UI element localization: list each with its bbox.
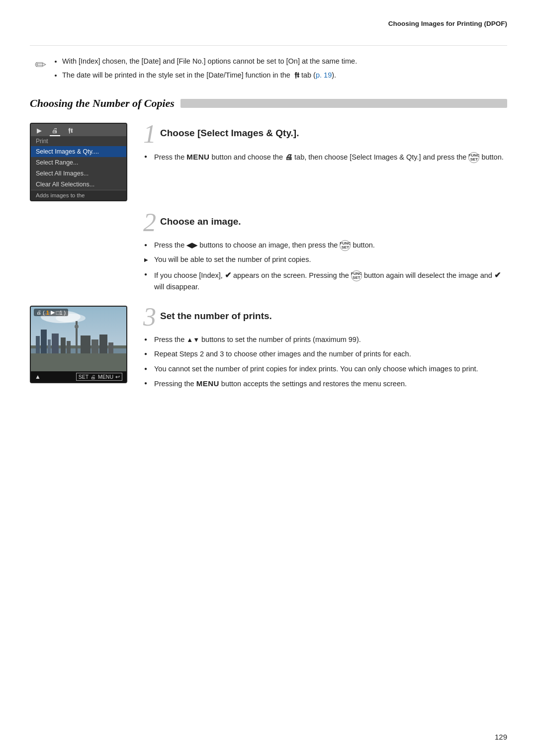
step3-section: 🖨 ( 1 ▶ □1 ) ▲ SET 🖨 MENU	[30, 306, 507, 393]
step2-bullet-3: If you choose [Index], ✔ appears on the …	[143, 269, 507, 293]
func-set-btn-3: FUNCSET	[351, 270, 362, 281]
step3-bullet-3: You cannot set the number of print copie…	[143, 363, 507, 375]
tower-top	[75, 325, 79, 329]
note-item-1: With [Index] chosen, the [Date] and [Fil…	[62, 56, 357, 67]
func-set-btn-2: FUNCSET	[340, 240, 351, 251]
building-1	[36, 336, 40, 353]
camera-image-screen: 🖨 ( 1 ▶ □1 ) ▲ SET 🖨 MENU	[30, 306, 127, 383]
page: Choosing Images for Printing (DPOF) ✏ Wi…	[0, 0, 537, 756]
back-arrow: ↩	[115, 374, 120, 380]
pencil-icon: ✏	[35, 57, 46, 73]
menu-row-clear-all: Clear All Selections...	[31, 179, 126, 190]
note-box: ✏ With [Index] chosen, the [Date] and [F…	[30, 56, 507, 83]
menu-print-label: Print	[31, 136, 126, 146]
building-5	[61, 337, 66, 353]
menu-label: MENU	[98, 374, 113, 380]
counter-prefix: (	[43, 310, 45, 316]
step3-bullets: Press the ▲▼ buttons to set the number o…	[143, 334, 507, 390]
step3-title: Set the number of prints.	[160, 306, 272, 322]
ft-tab-icon: 𝖋𝖙	[294, 71, 299, 79]
counter-num: 1	[46, 310, 49, 316]
menu-footer: Adds images to the	[31, 190, 126, 200]
section-title: Choosing the Number of Copies	[30, 97, 180, 110]
counter-suffix: □1	[56, 310, 63, 316]
step1-number: 1	[143, 123, 156, 146]
image-overlay-top: 🖨 ( 1 ▶ □1 )	[34, 309, 123, 316]
camera-menu-screen: ▶ 🖨 𝖋𝖙 Print Select Images & Qty.... Sel…	[30, 123, 127, 201]
resize-icon: ▲	[35, 373, 41, 380]
building-10	[108, 342, 113, 353]
counter-arrow: ▶	[51, 309, 55, 316]
checkmark-icon-2: ✔	[494, 271, 501, 279]
func-set-btn-1: FUNCSET	[468, 152, 479, 163]
step2-bullets: Press the ◀▶ buttons to choose an image,…	[143, 240, 507, 293]
counter-box: 🖨 ( 1 ▶ □1 )	[34, 309, 68, 316]
checkmark-icon-1: ✔	[225, 271, 231, 279]
note-item-2: The date will be printed in the style se…	[62, 69, 357, 81]
set-label: SET	[79, 374, 89, 380]
step2-section: 2 Choose an image. Press the ◀▶ buttons …	[30, 211, 507, 296]
menu-text-2: MENU	[196, 379, 219, 388]
menu-text-1: MENU	[186, 153, 209, 161]
section-heading-bar: Choosing the Number of Copies	[30, 97, 507, 110]
building-8	[91, 339, 98, 353]
building-7	[81, 336, 90, 353]
step1-section: ▶ 🖨 𝖋𝖙 Print Select Images & Qty.... Sel…	[30, 123, 507, 201]
step2-bullet-2: You will be able to set the number of pr…	[143, 254, 507, 265]
building-2	[41, 330, 47, 353]
step3-bullet-1: Press the ▲▼ buttons to set the number o…	[143, 334, 507, 345]
page-header: Choosing Images for Printing (DPOF)	[30, 20, 507, 36]
footer-print-icon: 🖨	[90, 374, 96, 380]
step2-title-wrap: 2 Choose an image.	[143, 211, 507, 235]
note-content: With [Index] chosen, the [Date] and [Fil…	[53, 56, 357, 83]
building-4	[52, 334, 59, 353]
building-6	[67, 341, 71, 353]
building-3	[48, 339, 51, 353]
step2-bullet-1: Press the ◀▶ buttons to choose an image,…	[143, 240, 507, 251]
step2-number: 2	[143, 211, 156, 235]
step2-title: Choose an image.	[160, 211, 241, 227]
menu-row-select-all: Select All Images...	[31, 168, 126, 179]
page-number: 129	[495, 733, 507, 741]
tab-ft: 𝖋𝖙	[66, 126, 75, 136]
header-title: Choosing Images for Printing (DPOF)	[388, 20, 507, 27]
ud-arrows-icon: ▲▼	[186, 336, 199, 343]
menu-row-select-range: Select Range...	[31, 157, 126, 168]
image-area: 🖨 ( 1 ▶ □1 )	[31, 307, 126, 371]
tab-play: ▶	[35, 126, 44, 136]
step1-bullet-1: Press the MENU button and choose the 🖨 t…	[143, 151, 507, 163]
lr-arrows-icon: ◀▶	[186, 241, 197, 249]
menu-row-select-images: Select Images & Qty....	[31, 146, 126, 157]
image-footer: ▲ SET 🖨 MENU ↩	[31, 371, 126, 382]
step1-right: 1 Choose [Select Images & Qty.]. Press t…	[143, 123, 507, 166]
step1-title-wrap: 1 Choose [Select Images & Qty.].	[143, 123, 507, 146]
step3-bullet-2: Repeat Steps 2 and 3 to choose other ima…	[143, 348, 507, 360]
heading-line	[180, 99, 507, 108]
counter-icon: 🖨	[36, 310, 41, 315]
step3-right: 3 Set the number of prints. Press the ▲▼…	[143, 306, 507, 393]
step3-left: 🖨 ( 1 ▶ □1 ) ▲ SET 🖨 MENU	[30, 306, 129, 383]
top-separator	[30, 45, 507, 46]
counter-close: )	[64, 310, 66, 316]
step1-bullets: Press the MENU button and choose the 🖨 t…	[143, 151, 507, 163]
print-tab-icon: 🖨	[285, 153, 292, 161]
step2-right: 2 Choose an image. Press the ◀▶ buttons …	[143, 211, 507, 296]
tab-print: 🖨	[50, 126, 60, 136]
step3-title-wrap: 3 Set the number of prints.	[143, 306, 507, 329]
step1-title: Choose [Select Images & Qty.].	[160, 123, 299, 139]
step3-bullet-4: Pressing the MENU button accepts the set…	[143, 378, 507, 390]
camera-tabs: ▶ 🖨 𝖋𝖙	[31, 124, 126, 136]
tab-ref-link[interactable]: p. 19	[316, 71, 332, 79]
step3-number: 3	[143, 306, 156, 329]
set-menu-box: SET 🖨 MENU ↩	[76, 373, 122, 381]
step1-left: ▶ 🖨 𝖋𝖙 Print Select Images & Qty.... Sel…	[30, 123, 129, 201]
building-9	[99, 335, 107, 353]
